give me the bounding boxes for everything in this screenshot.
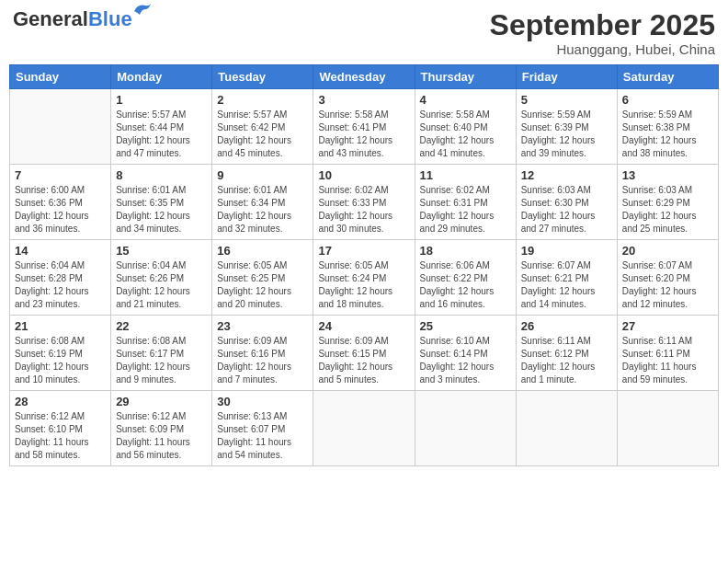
day-number: 6 xyxy=(622,93,713,107)
day-number: 4 xyxy=(420,93,511,107)
day-number: 24 xyxy=(318,319,409,333)
calendar-week-5: 28Sunrise: 6:12 AMSunset: 6:10 PMDayligh… xyxy=(10,391,719,466)
calendar-cell: 19Sunrise: 6:07 AMSunset: 6:21 PMDayligh… xyxy=(516,240,617,316)
calendar-week-1: 1Sunrise: 5:57 AMSunset: 6:44 PMDaylight… xyxy=(10,89,719,165)
calendar-cell xyxy=(617,391,718,466)
day-number: 30 xyxy=(217,395,308,408)
day-number: 18 xyxy=(420,244,511,258)
day-number: 27 xyxy=(622,319,713,333)
day-number: 15 xyxy=(116,244,207,258)
calendar-cell: 6Sunrise: 5:59 AMSunset: 6:38 PMDaylight… xyxy=(617,89,718,165)
calendar-cell: 28Sunrise: 6:12 AMSunset: 6:10 PMDayligh… xyxy=(10,391,111,466)
day-number: 13 xyxy=(622,168,713,182)
day-info: Sunrise: 6:02 AMSunset: 6:31 PMDaylight:… xyxy=(420,184,511,236)
day-number: 9 xyxy=(217,168,308,182)
column-header-sunday: Sunday xyxy=(10,65,111,89)
day-info: Sunrise: 6:11 AMSunset: 6:12 PMDaylight:… xyxy=(521,335,612,386)
day-number: 22 xyxy=(116,319,207,333)
day-number: 20 xyxy=(622,244,713,258)
calendar-cell: 4Sunrise: 5:58 AMSunset: 6:40 PMDaylight… xyxy=(415,89,516,165)
calendar-week-2: 7Sunrise: 6:00 AMSunset: 6:36 PMDaylight… xyxy=(10,165,719,240)
day-info: Sunrise: 6:11 AMSunset: 6:11 PMDaylight:… xyxy=(622,335,713,386)
day-number: 12 xyxy=(521,168,612,182)
calendar-cell: 22Sunrise: 6:08 AMSunset: 6:17 PMDayligh… xyxy=(111,316,212,391)
day-info: Sunrise: 6:12 AMSunset: 6:10 PMDaylight:… xyxy=(15,410,106,462)
day-info: Sunrise: 6:04 AMSunset: 6:28 PMDaylight:… xyxy=(15,259,106,311)
column-header-tuesday: Tuesday xyxy=(212,65,313,89)
calendar-cell: 20Sunrise: 6:07 AMSunset: 6:20 PMDayligh… xyxy=(617,240,718,316)
calendar-cell: 15Sunrise: 6:04 AMSunset: 6:26 PMDayligh… xyxy=(111,240,212,316)
column-header-thursday: Thursday xyxy=(415,65,516,89)
day-info: Sunrise: 6:07 AMSunset: 6:21 PMDaylight:… xyxy=(521,259,612,311)
calendar-cell: 1Sunrise: 5:57 AMSunset: 6:44 PMDaylight… xyxy=(111,89,212,165)
day-number: 11 xyxy=(420,168,511,182)
calendar-cell xyxy=(415,391,516,466)
day-info: Sunrise: 5:59 AMSunset: 6:38 PMDaylight:… xyxy=(622,109,713,160)
day-info: Sunrise: 6:10 AMSunset: 6:14 PMDaylight:… xyxy=(420,335,511,386)
day-info: Sunrise: 6:04 AMSunset: 6:26 PMDaylight:… xyxy=(116,259,207,311)
calendar-week-4: 21Sunrise: 6:08 AMSunset: 6:19 PMDayligh… xyxy=(10,316,719,391)
day-number: 2 xyxy=(217,93,308,107)
column-header-wednesday: Wednesday xyxy=(313,65,415,89)
month-year-title: September 2025 xyxy=(490,9,715,41)
logo-text: GeneralBlue xyxy=(13,9,132,29)
day-number: 19 xyxy=(521,244,612,258)
day-number: 23 xyxy=(217,319,308,333)
day-info: Sunrise: 6:03 AMSunset: 6:30 PMDaylight:… xyxy=(521,184,612,236)
calendar-cell: 11Sunrise: 6:02 AMSunset: 6:31 PMDayligh… xyxy=(415,165,516,240)
calendar-cell: 14Sunrise: 6:04 AMSunset: 6:28 PMDayligh… xyxy=(10,240,111,316)
day-number: 10 xyxy=(318,168,409,182)
calendar-cell: 24Sunrise: 6:09 AMSunset: 6:15 PMDayligh… xyxy=(313,316,415,391)
calendar-cell: 27Sunrise: 6:11 AMSunset: 6:11 PMDayligh… xyxy=(617,316,718,391)
calendar-cell: 16Sunrise: 6:05 AMSunset: 6:25 PMDayligh… xyxy=(212,240,313,316)
day-info: Sunrise: 6:05 AMSunset: 6:25 PMDaylight:… xyxy=(217,259,308,311)
calendar-cell xyxy=(516,391,617,466)
column-header-saturday: Saturday xyxy=(617,65,718,89)
day-info: Sunrise: 5:58 AMSunset: 6:40 PMDaylight:… xyxy=(420,109,511,160)
day-number: 29 xyxy=(116,395,207,408)
calendar-cell: 9Sunrise: 6:01 AMSunset: 6:34 PMDaylight… xyxy=(212,165,313,240)
day-number: 21 xyxy=(15,319,106,333)
day-number: 1 xyxy=(116,93,207,107)
day-number: 5 xyxy=(521,93,612,107)
day-info: Sunrise: 6:01 AMSunset: 6:34 PMDaylight:… xyxy=(217,184,308,236)
calendar-cell: 3Sunrise: 5:58 AMSunset: 6:41 PMDaylight… xyxy=(313,89,415,165)
calendar-cell: 29Sunrise: 6:12 AMSunset: 6:09 PMDayligh… xyxy=(111,391,212,466)
day-info: Sunrise: 6:08 AMSunset: 6:17 PMDaylight:… xyxy=(116,335,207,386)
calendar-cell: 2Sunrise: 5:57 AMSunset: 6:42 PMDaylight… xyxy=(212,89,313,165)
calendar-cell xyxy=(10,89,111,165)
calendar-cell: 23Sunrise: 6:09 AMSunset: 6:16 PMDayligh… xyxy=(212,316,313,391)
day-info: Sunrise: 6:05 AMSunset: 6:24 PMDaylight:… xyxy=(318,259,409,311)
day-info: Sunrise: 6:03 AMSunset: 6:29 PMDaylight:… xyxy=(622,184,713,236)
day-info: Sunrise: 6:01 AMSunset: 6:35 PMDaylight:… xyxy=(116,184,207,236)
calendar-cell: 26Sunrise: 6:11 AMSunset: 6:12 PMDayligh… xyxy=(516,316,617,391)
day-number: 28 xyxy=(15,395,106,408)
day-info: Sunrise: 6:07 AMSunset: 6:20 PMDaylight:… xyxy=(622,259,713,311)
day-number: 7 xyxy=(15,168,106,182)
location-subtitle: Huanggang, Hubei, China xyxy=(490,41,715,57)
calendar-cell xyxy=(313,391,415,466)
day-info: Sunrise: 6:08 AMSunset: 6:19 PMDaylight:… xyxy=(15,335,106,386)
day-number: 3 xyxy=(318,93,409,107)
day-info: Sunrise: 5:59 AMSunset: 6:39 PMDaylight:… xyxy=(521,109,612,160)
calendar-cell: 21Sunrise: 6:08 AMSunset: 6:19 PMDayligh… xyxy=(10,316,111,391)
bird-icon xyxy=(132,2,153,18)
day-info: Sunrise: 6:12 AMSunset: 6:09 PMDaylight:… xyxy=(116,410,207,462)
day-number: 8 xyxy=(116,168,207,182)
day-info: Sunrise: 5:57 AMSunset: 6:44 PMDaylight:… xyxy=(116,109,207,160)
calendar-cell: 17Sunrise: 6:05 AMSunset: 6:24 PMDayligh… xyxy=(313,240,415,316)
column-headers: SundayMondayTuesdayWednesdayThursdayFrid… xyxy=(10,65,719,89)
day-number: 26 xyxy=(521,319,612,333)
calendar-cell: 8Sunrise: 6:01 AMSunset: 6:35 PMDaylight… xyxy=(111,165,212,240)
day-info: Sunrise: 6:00 AMSunset: 6:36 PMDaylight:… xyxy=(15,184,106,236)
day-info: Sunrise: 6:13 AMSunset: 6:07 PMDaylight:… xyxy=(217,410,308,462)
calendar-cell: 12Sunrise: 6:03 AMSunset: 6:30 PMDayligh… xyxy=(516,165,617,240)
column-header-friday: Friday xyxy=(516,65,617,89)
day-info: Sunrise: 5:57 AMSunset: 6:42 PMDaylight:… xyxy=(217,109,308,160)
calendar-table: SundayMondayTuesdayWednesdayThursdayFrid… xyxy=(9,64,719,466)
column-header-monday: Monday xyxy=(111,65,212,89)
day-info: Sunrise: 6:02 AMSunset: 6:33 PMDaylight:… xyxy=(318,184,409,236)
day-info: Sunrise: 6:09 AMSunset: 6:16 PMDaylight:… xyxy=(217,335,308,386)
title-block: September 2025 Huanggang, Hubei, China xyxy=(490,9,715,57)
calendar-week-3: 14Sunrise: 6:04 AMSunset: 6:28 PMDayligh… xyxy=(10,240,719,316)
